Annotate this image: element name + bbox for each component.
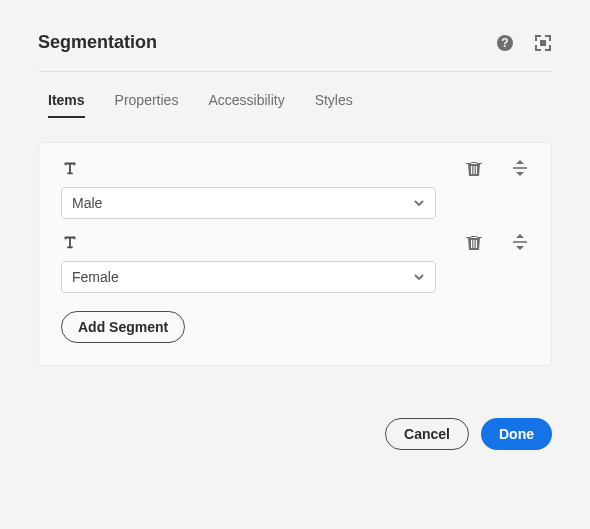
svg-rect-6 <box>513 167 527 169</box>
svg-rect-10 <box>513 241 527 243</box>
svg-rect-4 <box>473 166 474 174</box>
tab-styles[interactable]: Styles <box>315 92 353 118</box>
chevron-down-icon <box>413 197 425 209</box>
svg-text:?: ? <box>501 36 508 50</box>
segment-value: Male <box>72 195 102 211</box>
svg-rect-8 <box>473 240 474 248</box>
header-icons: ? <box>496 34 552 52</box>
svg-rect-2 <box>540 40 546 46</box>
segment-item: Male <box>39 145 551 219</box>
reorder-icon[interactable] <box>511 233 529 251</box>
segment-dropdown[interactable]: Male <box>61 187 436 219</box>
svg-rect-7 <box>471 240 472 248</box>
dialog-footer: Cancel Done <box>38 418 552 450</box>
segment-value: Female <box>72 269 119 285</box>
text-icon[interactable] <box>61 159 79 177</box>
delete-icon[interactable] <box>465 159 483 177</box>
svg-rect-9 <box>476 240 477 248</box>
tabs: Items Properties Accessibility Styles <box>38 88 552 124</box>
reorder-icon[interactable] <box>511 159 529 177</box>
dialog-title: Segmentation <box>38 32 157 53</box>
fullscreen-icon[interactable] <box>534 34 552 52</box>
cancel-button[interactable]: Cancel <box>385 418 469 450</box>
segment-dropdown[interactable]: Female <box>61 261 436 293</box>
chevron-down-icon <box>413 271 425 283</box>
tab-items[interactable]: Items <box>48 92 85 118</box>
done-button[interactable]: Done <box>481 418 552 450</box>
tab-properties[interactable]: Properties <box>115 92 179 118</box>
delete-icon[interactable] <box>465 233 483 251</box>
help-icon[interactable]: ? <box>496 34 514 52</box>
svg-rect-5 <box>476 166 477 174</box>
segment-item: Female <box>39 219 551 293</box>
tab-accessibility[interactable]: Accessibility <box>208 92 284 118</box>
items-panel: Male Female <box>38 142 552 366</box>
add-segment-button[interactable]: Add Segment <box>61 311 185 343</box>
svg-rect-3 <box>471 166 472 174</box>
text-icon[interactable] <box>61 233 79 251</box>
dialog-header: Segmentation ? <box>38 32 552 72</box>
